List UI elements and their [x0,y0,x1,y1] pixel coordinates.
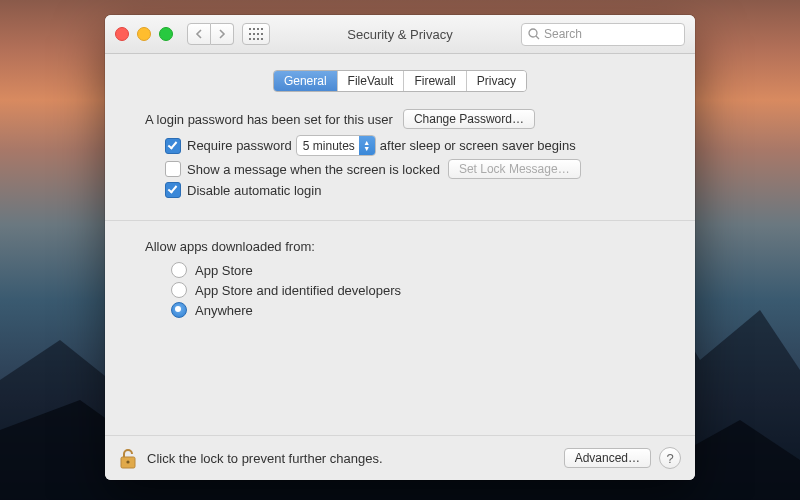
search-placeholder: Search [544,27,582,41]
require-delay-select[interactable]: 5 minutes ▲▼ [296,135,376,156]
select-caret-icon: ▲▼ [359,136,375,155]
svg-rect-2 [257,28,259,30]
window-body: General FileVault Firewall Privacy A log… [105,54,695,480]
divider [105,220,695,221]
tab-filevault[interactable]: FileVault [337,71,404,91]
forward-button[interactable] [211,23,234,45]
titlebar: Security & Privacy Search [105,15,695,54]
svg-line-13 [536,36,539,39]
show-message-checkbox[interactable] [165,161,181,177]
footer-bar: Click the lock to prevent further change… [105,435,695,480]
require-password-checkbox[interactable] [165,138,181,154]
allow-appstore-radio[interactable] [171,262,187,278]
tab-general[interactable]: General [274,71,337,91]
show-message-label: Show a message when the screen is locked [187,162,440,177]
allow-apps-radios: App Store App Store and identified devel… [171,262,661,318]
tab-firewall[interactable]: Firewall [403,71,465,91]
tab-privacy[interactable]: Privacy [466,71,526,91]
nav-buttons [187,23,234,45]
change-password-button[interactable]: Change Password… [403,109,535,129]
disable-auto-login-label: Disable automatic login [187,183,321,198]
advanced-button[interactable]: Advanced… [564,448,651,468]
desktop-background: Security & Privacy Search General FileVa… [0,0,800,500]
svg-rect-9 [253,38,255,40]
svg-rect-5 [253,33,255,35]
svg-rect-7 [261,33,263,35]
content-area: A login password has been set for this u… [105,106,695,435]
back-button[interactable] [187,23,211,45]
svg-rect-8 [249,38,251,40]
window-controls [115,27,173,41]
allow-anywhere-row: Anywhere [171,302,661,318]
chevron-left-icon [195,29,203,39]
login-password-text: A login password has been set for this u… [145,112,393,127]
svg-rect-6 [257,33,259,35]
grid-icon [249,28,263,40]
chevron-right-icon [218,29,226,39]
allow-apps-title: Allow apps downloaded from: [145,239,661,254]
svg-rect-11 [261,38,263,40]
disable-auto-login-row: Disable automatic login [165,182,661,198]
svg-rect-3 [261,28,263,30]
minimize-button[interactable] [137,27,151,41]
svg-rect-10 [257,38,259,40]
require-password-after: after sleep or screen saver begins [380,138,576,153]
lock-message: Click the lock to prevent further change… [147,451,383,466]
allow-identified-row: App Store and identified developers [171,282,661,298]
lock-button[interactable] [119,447,137,469]
allow-anywhere-label: Anywhere [195,303,253,318]
svg-rect-4 [249,33,251,35]
zoom-button[interactable] [159,27,173,41]
disable-auto-login-checkbox[interactable] [165,182,181,198]
segmented-control: General FileVault Firewall Privacy [273,70,527,92]
search-icon [528,28,540,40]
preferences-window: Security & Privacy Search General FileVa… [105,15,695,480]
allow-appstore-row: App Store [171,262,661,278]
close-button[interactable] [115,27,129,41]
require-password-row: Require password 5 minutes ▲▼ after slee… [165,135,661,156]
allow-identified-label: App Store and identified developers [195,283,401,298]
require-delay-value: 5 minutes [297,139,359,153]
search-field[interactable]: Search [521,23,685,46]
help-button[interactable]: ? [659,447,681,469]
show-message-row: Show a message when the screen is locked… [165,159,661,179]
require-password-label: Require password [187,138,292,153]
allow-anywhere-radio[interactable] [171,302,187,318]
svg-rect-1 [253,28,255,30]
allow-identified-radio[interactable] [171,282,187,298]
allow-appstore-label: App Store [195,263,253,278]
svg-point-12 [529,29,537,37]
tab-bar: General FileVault Firewall Privacy [105,70,695,92]
login-password-row: A login password has been set for this u… [145,109,661,129]
show-all-button[interactable] [242,23,270,45]
lock-open-icon [119,447,137,469]
svg-rect-0 [249,28,251,30]
svg-point-15 [126,460,129,463]
help-icon: ? [666,451,673,466]
set-lock-message-button[interactable]: Set Lock Message… [448,159,581,179]
